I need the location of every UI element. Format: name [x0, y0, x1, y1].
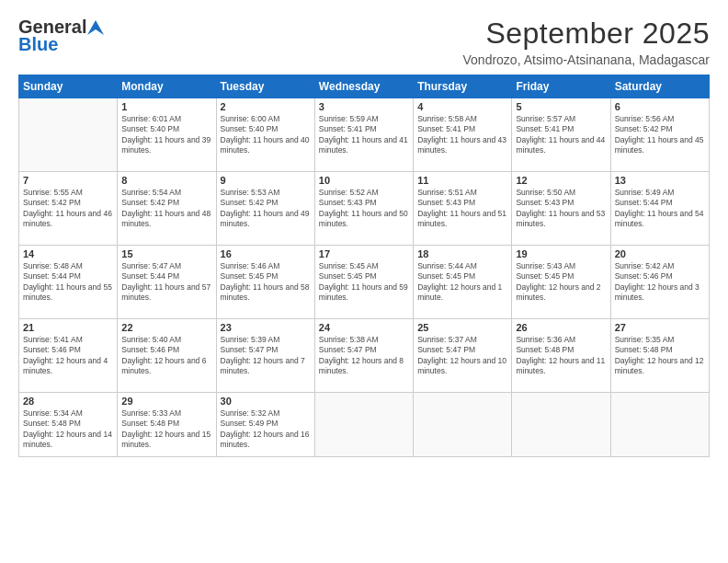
day-number: 27: [615, 322, 705, 333]
day-number: 16: [221, 248, 311, 259]
daylight-text: Daylight: 12 hours and 2 minutes.: [516, 282, 606, 304]
calendar-cell: 19 Sunrise: 5:43 AM Sunset: 5:45 PM Dayl…: [512, 246, 610, 319]
cell-info: Sunrise: 5:33 AM Sunset: 5:48 PM Dayligh…: [121, 408, 211, 451]
cell-info: Sunrise: 5:54 AM Sunset: 5:42 PM Dayligh…: [121, 188, 211, 230]
cell-info: Sunrise: 5:45 AM Sunset: 5:45 PM Dayligh…: [319, 261, 409, 304]
sunset-text: Sunset: 5:44 PM: [121, 271, 211, 282]
daylight-text: Daylight: 11 hours and 50 minutes.: [319, 209, 409, 230]
sunrise-text: Sunrise: 5:37 AM: [417, 335, 507, 345]
cell-info: Sunrise: 5:59 AM Sunset: 5:41 PM Dayligh…: [319, 114, 409, 156]
calendar-cell: 4 Sunrise: 5:58 AM Sunset: 5:41 PM Dayli…: [414, 98, 512, 172]
header-saturday: Saturday: [610, 75, 709, 98]
cell-info: Sunrise: 5:38 AM Sunset: 5:47 PM Dayligh…: [319, 335, 409, 377]
header: General Blue September 2025 Vondrozo, At…: [18, 17, 710, 67]
sunset-text: Sunset: 5:42 PM: [221, 198, 311, 208]
cell-info: Sunrise: 5:43 AM Sunset: 5:45 PM Dayligh…: [516, 261, 606, 304]
day-number: 12: [516, 175, 606, 186]
sunrise-text: Sunrise: 5:48 AM: [23, 261, 113, 271]
calendar-week-row: 28 Sunrise: 5:34 AM Sunset: 5:48 PM Dayl…: [19, 393, 710, 457]
cell-info: Sunrise: 5:47 AM Sunset: 5:44 PM Dayligh…: [121, 261, 211, 304]
header-friday: Friday: [512, 75, 610, 98]
logo-blue-text: Blue: [18, 34, 58, 55]
sunrise-text: Sunrise: 5:45 AM: [319, 261, 409, 271]
cell-info: Sunrise: 5:55 AM Sunset: 5:42 PM Dayligh…: [23, 188, 113, 230]
sunrise-text: Sunrise: 5:35 AM: [615, 335, 705, 345]
calendar-cell: 7 Sunrise: 5:55 AM Sunset: 5:42 PM Dayli…: [19, 172, 118, 246]
sunset-text: Sunset: 5:49 PM: [221, 419, 311, 429]
header-thursday: Thursday: [414, 75, 512, 98]
daylight-text: Daylight: 12 hours and 12 minutes.: [615, 356, 705, 377]
cell-info: Sunrise: 5:51 AM Sunset: 5:43 PM Dayligh…: [417, 188, 507, 230]
location-title: Vondrozo, Atsimo-Atsinanana, Madagascar: [463, 52, 711, 67]
sunset-text: Sunset: 5:48 PM: [615, 345, 705, 355]
header-wednesday: Wednesday: [314, 75, 413, 98]
day-number: 7: [23, 175, 113, 186]
sunrise-text: Sunrise: 5:34 AM: [23, 408, 113, 419]
cell-info: Sunrise: 6:00 AM Sunset: 5:40 PM Dayligh…: [221, 114, 311, 156]
logo: General Blue: [18, 17, 104, 55]
daylight-text: Daylight: 11 hours and 46 minutes.: [23, 209, 113, 230]
cell-info: Sunrise: 5:49 AM Sunset: 5:44 PM Dayligh…: [615, 188, 705, 230]
daylight-text: Daylight: 11 hours and 55 minutes.: [23, 282, 113, 304]
sunrise-text: Sunrise: 5:39 AM: [221, 335, 311, 345]
calendar-cell: 12 Sunrise: 5:50 AM Sunset: 5:43 PM Dayl…: [512, 172, 610, 246]
day-number: 20: [615, 248, 705, 259]
page: General Blue September 2025 Vondrozo, At…: [0, 0, 728, 563]
calendar-cell: [610, 393, 709, 457]
sunset-text: Sunset: 5:41 PM: [417, 124, 507, 134]
cell-info: Sunrise: 5:56 AM Sunset: 5:42 PM Dayligh…: [615, 114, 705, 156]
calendar-cell: [19, 98, 118, 172]
day-number: 17: [319, 248, 409, 259]
calendar-week-row: 14 Sunrise: 5:48 AM Sunset: 5:44 PM Dayl…: [19, 246, 710, 319]
calendar-cell: 21 Sunrise: 5:41 AM Sunset: 5:46 PM Dayl…: [19, 319, 118, 393]
day-number: 9: [221, 175, 311, 186]
calendar-cell: 25 Sunrise: 5:37 AM Sunset: 5:47 PM Dayl…: [414, 319, 512, 393]
daylight-text: Daylight: 12 hours and 14 minutes.: [23, 430, 113, 451]
calendar-cell: 6 Sunrise: 5:56 AM Sunset: 5:42 PM Dayli…: [610, 98, 709, 172]
sunset-text: Sunset: 5:46 PM: [23, 345, 113, 355]
sunset-text: Sunset: 5:42 PM: [615, 124, 705, 134]
cell-info: Sunrise: 5:41 AM Sunset: 5:46 PM Dayligh…: [23, 335, 113, 377]
calendar-cell: 22 Sunrise: 5:40 AM Sunset: 5:46 PM Dayl…: [118, 319, 216, 393]
calendar-cell: 16 Sunrise: 5:46 AM Sunset: 5:45 PM Dayl…: [216, 246, 314, 319]
calendar-cell: 15 Sunrise: 5:47 AM Sunset: 5:44 PM Dayl…: [118, 246, 216, 319]
title-block: September 2025 Vondrozo, Atsimo-Atsinana…: [463, 17, 711, 67]
daylight-text: Daylight: 11 hours and 54 minutes.: [615, 209, 705, 230]
sunset-text: Sunset: 5:47 PM: [319, 345, 409, 355]
daylight-text: Daylight: 11 hours and 57 minutes.: [121, 282, 211, 304]
calendar-cell: 8 Sunrise: 5:54 AM Sunset: 5:42 PM Dayli…: [118, 172, 216, 246]
calendar-cell: 30 Sunrise: 5:32 AM Sunset: 5:49 PM Dayl…: [216, 393, 314, 457]
cell-info: Sunrise: 5:46 AM Sunset: 5:45 PM Dayligh…: [221, 261, 311, 304]
cell-info: Sunrise: 5:48 AM Sunset: 5:44 PM Dayligh…: [23, 261, 113, 304]
calendar-cell: 18 Sunrise: 5:44 AM Sunset: 5:45 PM Dayl…: [414, 246, 512, 319]
day-number: 3: [319, 101, 409, 112]
daylight-text: Daylight: 12 hours and 1 minute.: [417, 282, 507, 304]
day-number: 18: [417, 248, 507, 259]
sunrise-text: Sunrise: 5:52 AM: [319, 188, 409, 198]
calendar-cell: 26 Sunrise: 5:36 AM Sunset: 5:48 PM Dayl…: [512, 319, 610, 393]
calendar-cell: [314, 393, 413, 457]
cell-info: Sunrise: 5:57 AM Sunset: 5:41 PM Dayligh…: [516, 114, 606, 156]
day-number: 14: [23, 248, 113, 259]
sunrise-text: Sunrise: 5:44 AM: [417, 261, 507, 271]
cell-info: Sunrise: 5:50 AM Sunset: 5:43 PM Dayligh…: [516, 188, 606, 230]
sunset-text: Sunset: 5:48 PM: [23, 419, 113, 429]
daylight-text: Daylight: 11 hours and 39 minutes.: [121, 135, 211, 156]
calendar-cell: 17 Sunrise: 5:45 AM Sunset: 5:45 PM Dayl…: [314, 246, 413, 319]
calendar-week-row: 7 Sunrise: 5:55 AM Sunset: 5:42 PM Dayli…: [19, 172, 710, 246]
logo-bird-icon: [87, 20, 104, 35]
daylight-text: Daylight: 12 hours and 16 minutes.: [221, 430, 311, 451]
calendar-cell: 29 Sunrise: 5:33 AM Sunset: 5:48 PM Dayl…: [118, 393, 216, 457]
day-number: 23: [221, 322, 311, 333]
sunset-text: Sunset: 5:47 PM: [417, 345, 507, 355]
cell-info: Sunrise: 5:36 AM Sunset: 5:48 PM Dayligh…: [516, 335, 606, 377]
daylight-text: Daylight: 12 hours and 8 minutes.: [319, 356, 409, 377]
daylight-text: Daylight: 11 hours and 51 minutes.: [417, 209, 507, 230]
daylight-text: Daylight: 11 hours and 40 minutes.: [221, 135, 311, 156]
day-number: 10: [319, 175, 409, 186]
header-monday: Monday: [118, 75, 216, 98]
calendar-cell: 1 Sunrise: 6:01 AM Sunset: 5:40 PM Dayli…: [118, 98, 216, 172]
sunrise-text: Sunrise: 5:56 AM: [615, 114, 705, 124]
cell-info: Sunrise: 5:35 AM Sunset: 5:48 PM Dayligh…: [615, 335, 705, 377]
calendar-cell: 20 Sunrise: 5:42 AM Sunset: 5:46 PM Dayl…: [610, 246, 709, 319]
